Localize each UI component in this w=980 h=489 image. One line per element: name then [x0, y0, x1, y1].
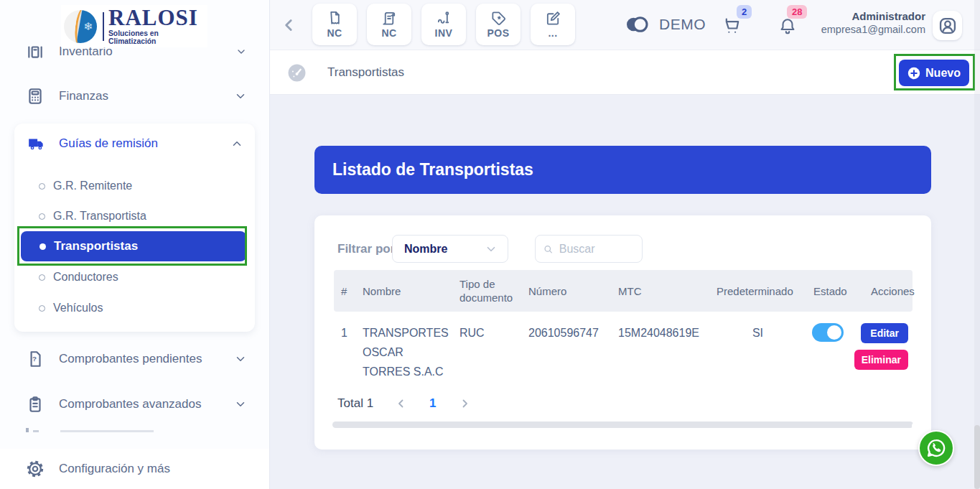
sidebar-item-guias-de-remision[interactable]: Guías de remisión: [14, 129, 255, 158]
col-header-tipo-documento: Tipo de documento: [452, 277, 521, 304]
chevron-up-icon: [230, 137, 243, 150]
user-email: empresa1@gmail.com: [821, 24, 925, 35]
inventory-icon: [26, 42, 45, 61]
vertical-scrollbar-thumb[interactable]: [974, 425, 980, 489]
back-chevron-icon[interactable]: [280, 16, 299, 34]
sidebar-item-label: Comprobantes avanzados: [59, 397, 201, 411]
horizontal-scrollbar[interactable]: [332, 422, 913, 428]
clipped-menu-item: [26, 427, 241, 432]
truck-icon: [27, 134, 46, 153]
chevron-down-icon: [234, 353, 247, 365]
signature-icon: [436, 10, 452, 27]
tag-icon: [490, 10, 507, 27]
user-info: Administrador empresa1@gmail.com: [821, 10, 925, 35]
toggle-knob: [827, 325, 841, 340]
clipboard-icon: [26, 395, 45, 414]
demo-label: DEMO: [659, 16, 706, 33]
toolbar-button-nc-1[interactable]: NC: [312, 4, 357, 45]
whatsapp-icon: [923, 435, 949, 461]
col-header-mtc: MTC: [611, 284, 709, 298]
sidebar-item-label: Configuración y más: [59, 462, 170, 476]
sidebar-item-configuracion[interactable]: Configuración y más: [0, 449, 269, 489]
edit-icon: [545, 10, 561, 27]
file-icon: [327, 10, 343, 27]
chevron-down-icon: [485, 243, 498, 256]
main-content: Listado de Transportistas Filtrar por: N…: [270, 95, 980, 489]
cart-button[interactable]: [722, 16, 742, 39]
bell-icon: [778, 17, 797, 35]
filter-dropdown[interactable]: Nombre: [392, 235, 508, 263]
sidebar: Inventario Finanzas Guías de remisión G.: [0, 0, 270, 489]
col-header-num: #: [334, 284, 355, 298]
toolbar-button-pos[interactable]: POS: [476, 4, 521, 45]
filter-dropdown-value: Nombre: [404, 243, 447, 256]
cart-badge: 2: [737, 5, 752, 19]
toolbar-button-label: NC: [327, 27, 342, 39]
toolbar-button-label: INV: [435, 27, 453, 39]
page-prev-icon[interactable]: [395, 397, 408, 410]
sidebar-item-comprobantes-pendientes[interactable]: ? Comprobantes pendientes: [0, 343, 270, 375]
sidebar-item-label: Transportistas: [54, 239, 138, 253]
quick-actions-toolbar: NC NC INV POS: [312, 4, 575, 45]
cell-mtc: 15M24048619E: [611, 323, 709, 343]
filter-label: Filtrar por:: [337, 242, 399, 256]
brand-logo: ❄ RALOSI Soluciones en Climatización: [61, 5, 207, 47]
delete-button[interactable]: Eliminar: [854, 350, 908, 370]
bullet-icon: [39, 213, 45, 220]
user-avatar-icon: [938, 16, 958, 36]
sidebar-item-label: G.R. Transportista: [53, 210, 146, 223]
document-question-icon: ?: [26, 350, 45, 368]
pagination-total: Total 1: [337, 396, 373, 411]
chevron-down-icon: [235, 46, 247, 57]
toggle-circles-icon: [623, 14, 650, 34]
toolbar-button-label: ...: [548, 27, 557, 39]
list-banner: Listado de Transportistas: [314, 146, 931, 194]
avatar[interactable]: [933, 11, 962, 40]
toolbar-button-label: NC: [381, 27, 396, 39]
sidebar-item-conductores[interactable]: Conductores: [14, 267, 255, 287]
brand-tagline: Soluciones en Climatización: [108, 29, 207, 45]
toolbar-button-label: POS: [487, 27, 509, 39]
breadcrumb: Transportistas: [327, 65, 404, 80]
sidebar-item-vehiculos[interactable]: Vehículos: [14, 298, 255, 318]
pagination: Total 1 1: [337, 396, 471, 411]
page-title: Listado de Transportistas: [332, 160, 533, 180]
toolbar-button-more[interactable]: ...: [531, 4, 575, 45]
search-box: [535, 235, 643, 263]
cell-tipo-documento: RUC: [452, 323, 521, 343]
page-next-icon[interactable]: [458, 397, 471, 410]
notifications-button[interactable]: [778, 17, 797, 38]
toolbar-button-nc-2[interactable]: NC: [367, 4, 411, 45]
edit-button[interactable]: Editar: [861, 323, 908, 343]
brand-sphere-icon: ❄: [64, 10, 97, 43]
breadcrumb-bar: Transportistas Nuevo: [270, 50, 980, 95]
sidebar-item-gr-transportista[interactable]: G.R. Transportista: [14, 206, 255, 226]
col-header-acciones: Acciones: [864, 284, 913, 298]
table-row: 1 TRANSPORTES OSCAR TORRES S.A.C RUC 206…: [334, 312, 913, 381]
estado-toggle-on[interactable]: [812, 323, 844, 342]
new-button[interactable]: Nuevo: [899, 60, 969, 86]
table-header-row: # Nombre Tipo de documento Número MTC Pr…: [334, 270, 913, 312]
calculator-icon: [26, 87, 45, 106]
plus-circle-icon: [907, 67, 920, 80]
sidebar-item-label: Comprobantes pendientes: [59, 352, 202, 366]
whatsapp-button[interactable]: [918, 430, 954, 466]
search-input[interactable]: [559, 243, 635, 256]
vertical-scrollbar-track: [974, 0, 980, 489]
pagination-page-1[interactable]: 1: [429, 396, 436, 411]
toolbar-button-inv[interactable]: INV: [421, 4, 466, 45]
sidebar-item-finanzas[interactable]: Finanzas: [0, 80, 270, 112]
brand-name: RALOSI: [108, 7, 207, 29]
sidebar-item-transportistas-active[interactable]: Transportistas: [21, 231, 246, 261]
top-header: NC NC INV POS: [270, 0, 980, 50]
chevron-down-icon: [234, 90, 247, 103]
sidebar-item-comprobantes-avanzados[interactable]: Comprobantes avanzados: [0, 388, 270, 420]
scroll-icon: [381, 10, 398, 27]
sidebar-group-guias-de-remision: Guías de remisión G.R. Remitente G.R. Tr…: [14, 124, 255, 332]
transportistas-table: # Nombre Tipo de documento Número MTC Pr…: [334, 270, 913, 381]
demo-mode-toggle[interactable]: DEMO: [623, 14, 706, 34]
cell-numero: 20610596747: [521, 323, 611, 343]
col-header-predeterminado: Predeterminado: [709, 284, 806, 298]
user-name: Administrador: [821, 10, 925, 22]
sidebar-item-gr-remitente[interactable]: G.R. Remitente: [14, 176, 255, 196]
